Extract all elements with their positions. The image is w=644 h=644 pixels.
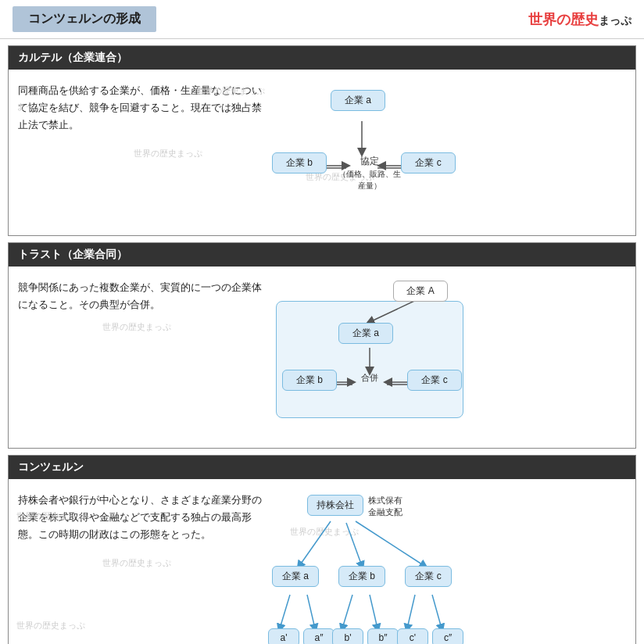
svg-line-15 [307,595,315,628]
svg-line-12 [346,523,362,566]
konzern-b2: b″ [367,628,399,644]
svg-line-16 [342,595,352,628]
title-red: 世界の歴史 [528,12,599,27]
konzern-body: 世界の歴史まっぷ 世界の歴史まっぷ 世界の歴史まっぷ 世界の歴史まっぷ 持株会者… [9,479,635,644]
title-left: コンツェルンの形成 [13,6,156,32]
trust-label: 合併 [350,372,389,384]
konzern-c: 企業 c [405,566,452,587]
kartel-section: カルテル（企業連合） まっぷ 世界の歴史まっぷ 世界の歴史まっぷ 世界の歴史まっ… [8,45,636,236]
trust-header: トラスト（企業合同） [9,243,635,267]
trust-svg [268,279,626,435]
svg-line-13 [356,521,424,566]
kartel-diagram: 企業 a 企業 b 企業 c 協定（価格、販路、生産量） [268,82,626,223]
page-header: コンツェルンの形成 世界の歴史まっぷ [0,0,644,39]
konzern-share-label: 株式保有金融支配 [368,495,402,519]
kartel-header: カルテル（企業連合） [9,46,635,70]
title-right: 世界の歴史まっぷ [528,10,631,29]
kartel-label: 協定（価格、販路、生産量） [338,155,401,191]
svg-line-18 [407,595,415,628]
kartel-text: 同種商品を供給する企業が、価格・生産量などについて協定を結び、競争を回避すること… [18,82,268,223]
kartel-node-c: 企業 c [401,152,456,174]
konzern-a2: a″ [303,628,335,644]
svg-line-14 [280,595,290,628]
konzern-a1: a' [268,628,299,644]
kartel-body: まっぷ 世界の歴史まっぷ 世界の歴史まっぷ 世界の歴史まっぷ 同種商品を供給する… [9,70,635,235]
kartel-node-a: 企業 a [331,90,385,111]
trust-text: 競争関係にあった複数企業が、実質的に一つの企業体になること。その典型が合併。 [18,279,268,435]
konzern-holding: 持株会社 [307,495,363,516]
konzern-b1: b' [332,628,363,644]
kartel-node-b: 企業 b [272,152,327,174]
konzern-text: 持株会者や銀行が中心となり、さまざまな産業分野の企業を株式取得や金融などで支配す… [18,492,268,644]
konzern-diagram: 持株会社 株式保有金融支配 企業 a 企業 b 企業 c a' a″ b' b″… [268,492,626,644]
konzern-c2: c″ [432,628,463,644]
konzern-a: 企業 a [272,566,319,587]
title-normal: まっぷ [599,14,631,27]
trust-body: 世界の歴史まっぷ 世界の 競争関係にあった複数企業が、実質的に一つの企業体になる… [9,267,635,448]
trust-section: トラスト（企業合同） 世界の歴史まっぷ 世界の 競争関係にあった複数企業が、実質… [8,242,636,449]
trust-diagram: 企業 A 企業 a 企業 b 企業 c 合併 [268,279,626,435]
trust-node-a: 企業 a [338,323,393,344]
konzern-section: コンツェルン 世界の歴史まっぷ 世界の歴史まっぷ 世界の歴史まっぷ 世界の歴史ま… [8,455,636,644]
svg-line-19 [432,595,442,628]
svg-line-17 [370,595,377,628]
konzern-c1: c' [397,628,428,644]
svg-line-11 [299,521,331,566]
konzern-header: コンツェルン [9,456,635,479]
trust-node-b: 企業 b [282,370,337,391]
trust-node-c: 企業 c [407,370,462,391]
konzern-b: 企業 b [338,566,385,587]
trust-node-A: 企業 A [393,281,448,302]
